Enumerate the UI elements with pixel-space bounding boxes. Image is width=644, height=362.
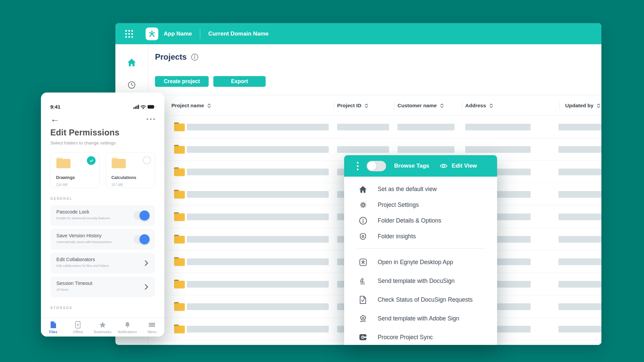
gear-icon (358, 201, 368, 209)
tab-files[interactable]: Files (41, 318, 66, 337)
folder-card-drawings[interactable]: Drawings 234 MB (50, 152, 100, 188)
info-icon[interactable] (191, 53, 199, 61)
status-time: 9:41 (50, 104, 60, 110)
folder-context-menu: Browse Tags Edit View Set as the default… (344, 155, 497, 345)
edit-view-button[interactable]: Edit View (439, 163, 477, 169)
folder-cards: Drawings 234 MB Calculations 157 MB (50, 152, 155, 188)
sort-icon[interactable] (440, 103, 444, 109)
placeholder-bar (465, 146, 531, 153)
folder-name: Drawings (56, 175, 94, 180)
doc-check-icon (358, 296, 368, 304)
setting-edit-collaborators[interactable]: Edit Collaborators Edit collaborators fo… (50, 253, 155, 274)
menu-item-procore-sync[interactable]: Procore Project Sync (344, 328, 497, 345)
tab-offline[interactable]: Offline (66, 318, 91, 337)
phone-tab-bar: Files Offline Bookmarks N (41, 318, 164, 337)
edit-view-label: Edit View (452, 163, 477, 169)
section-label-storage: STORAGE (50, 306, 155, 310)
menu-item-set-default-view[interactable]: Set as the default view (344, 181, 497, 197)
egnyte-logo (146, 27, 158, 40)
sort-icon[interactable] (489, 103, 493, 109)
folder-icon (174, 212, 185, 221)
column-header-project-name[interactable]: Project name (171, 95, 211, 116)
sort-icon[interactable] (207, 103, 211, 109)
placeholder-bar (558, 191, 601, 198)
placeholder-bar (558, 303, 601, 310)
folder-icon (174, 189, 185, 199)
more-options-icon[interactable] (147, 118, 155, 120)
menu-item-project-settings[interactable]: Project Settings (344, 197, 497, 213)
placeholder-bar (337, 146, 389, 153)
setting-session-timeout[interactable]: Session Timeout 10 hours (50, 277, 155, 297)
notifications-bell-icon (124, 321, 131, 328)
tab-bookmarks[interactable]: Bookmarks (90, 318, 115, 337)
menu-item-open-desktop-app[interactable]: Open in Egnyte Desktop App (344, 253, 497, 272)
placeholder-bar (187, 326, 329, 333)
browse-tags-toggle[interactable] (367, 161, 386, 171)
home-icon[interactable] (127, 58, 136, 67)
folder-icon (174, 324, 185, 334)
page-title-row: Projects (155, 52, 199, 62)
column-divider (394, 102, 394, 110)
setting-save-version-history[interactable]: Save Version History Automatically saves… (50, 229, 155, 250)
menu-item-docusign-status[interactable]: Check Status of DocuSign Requests (344, 290, 497, 309)
menu-item-docusign-template[interactable]: Send template with DocuSign (344, 272, 497, 290)
menu-item-adobe-sign-template[interactable]: Send template with Adobe Sign (344, 309, 497, 328)
folder-size: 157 MB (111, 183, 149, 187)
placeholder-bar (337, 124, 389, 130)
apps-grid-icon[interactable] (125, 29, 133, 38)
table-row[interactable] (148, 116, 601, 138)
sort-icon[interactable] (596, 103, 601, 109)
placeholder-bar (397, 146, 454, 153)
column-header-updated-by[interactable]: Updated by (565, 95, 601, 116)
placeholder-bar (187, 169, 329, 175)
selected-check-icon[interactable] (87, 156, 96, 165)
kebab-menu-icon[interactable] (357, 162, 359, 170)
table-header: Project name Project ID Customer name Ad… (148, 95, 601, 116)
back-arrow-icon[interactable]: ← (50, 115, 59, 123)
context-menu-header: Browse Tags Edit View (344, 155, 497, 177)
folder-icon (56, 157, 71, 169)
folder-name: Calculations (111, 175, 149, 180)
sort-icon[interactable] (364, 103, 369, 109)
menu-item-folder-insights[interactable]: Folder insights (344, 229, 497, 244)
tab-menu[interactable]: Menu (140, 318, 164, 337)
save-version-history-toggle[interactable] (133, 235, 149, 244)
chevron-right-icon (145, 284, 148, 290)
menu-item-folder-details[interactable]: Folder Details & Options (344, 213, 497, 229)
stage: App Name Current Domain Name Projects (0, 0, 644, 362)
phone-page-subtitle: Select folders to change settings (50, 140, 155, 145)
placeholder-bar (558, 281, 601, 288)
tab-notifications[interactable]: Notifications (115, 318, 140, 337)
placeholder-bar (558, 258, 601, 265)
folder-icon (174, 302, 185, 311)
folder-card-calculations[interactable]: Calculations 157 MB (106, 152, 155, 188)
folder-icon (174, 122, 185, 131)
passcode-lock-toggle[interactable] (133, 211, 149, 220)
placeholder-bar (187, 124, 329, 130)
browse-tags-label[interactable]: Browse Tags (394, 163, 429, 169)
placeholder-bar (187, 146, 329, 153)
placeholder-bar (187, 281, 329, 288)
setting-passcode-lock[interactable]: Passcode Lock Enable for advanced securi… (50, 205, 155, 226)
app-name: App Name (164, 31, 192, 37)
placeholder-bar (558, 326, 601, 333)
placeholder-bar (558, 124, 601, 130)
column-header-customer-name[interactable]: Customer name (397, 95, 444, 116)
menu-divider (358, 248, 486, 249)
context-menu-body: Set as the default view Project Settings (344, 177, 497, 345)
phone-nav-row: ← (50, 114, 155, 124)
chevron-right-icon (145, 260, 148, 266)
section-label-general: GENERAL (50, 197, 155, 200)
placeholder-bar (187, 214, 329, 220)
export-button[interactable]: Export (213, 76, 266, 87)
status-icons (133, 104, 155, 109)
unselected-radio-circle[interactable] (143, 156, 151, 164)
clock-icon[interactable] (127, 81, 136, 89)
column-header-address[interactable]: Address (465, 95, 493, 116)
folder-icon (174, 234, 185, 244)
folder-icon (174, 144, 185, 154)
column-header-project-id[interactable]: Project ID (337, 95, 369, 116)
column-divider (334, 102, 334, 110)
create-project-button[interactable]: Create project (155, 76, 209, 87)
procore-icon (358, 334, 368, 341)
